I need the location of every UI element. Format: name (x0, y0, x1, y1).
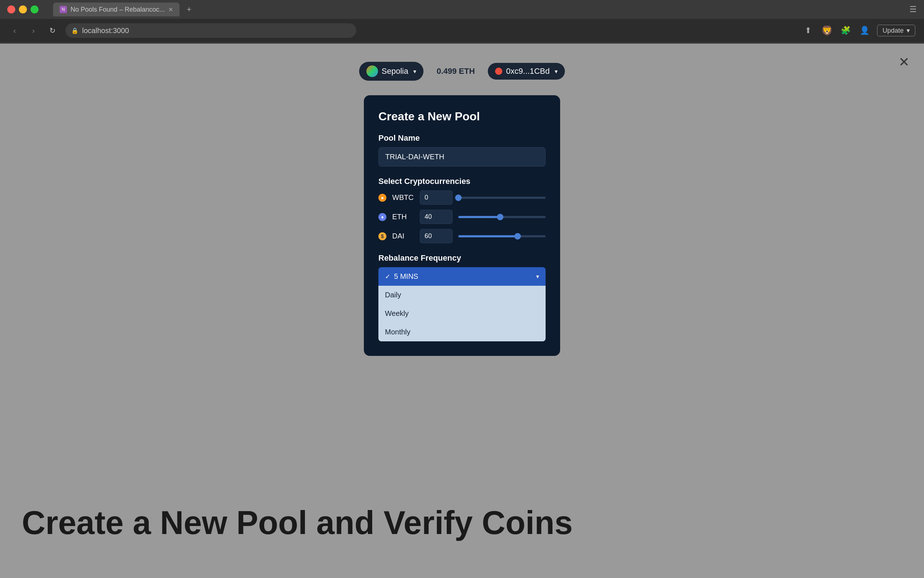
update-button[interactable]: Update ▾ (877, 25, 915, 36)
pool-name-input[interactable] (378, 147, 546, 167)
wbtc-icon: ● (378, 194, 386, 202)
eth-icon: ♦ (378, 213, 386, 221)
tab-favicon: N (60, 6, 67, 13)
tab-close-btn[interactable]: ✕ (168, 6, 173, 13)
selected-option-label: 5 MINS (394, 272, 418, 281)
back-button[interactable]: ‹ (9, 25, 20, 36)
bottom-heading: Create a New Pool and Verify Coins (22, 504, 572, 542)
wallet-chevron-icon: ▾ (555, 68, 558, 75)
page-content: ✕ Sepolia ▾ 0.499 ETH 0xc9...1CBd ▾ Crea… (0, 44, 924, 578)
address-bar[interactable]: 🔒 localhost:3000 (65, 23, 356, 38)
wallet-address-selector[interactable]: 0xc9...1CBd ▾ (488, 63, 565, 80)
dai-icon: $ (378, 232, 386, 240)
profiles-icon[interactable]: 👤 (858, 24, 871, 37)
crypto-row-wbtc: ● WBTC (378, 190, 546, 205)
wbtc-slider[interactable] (458, 196, 546, 199)
network-selector[interactable]: Sepolia ▾ (359, 62, 423, 81)
wbtc-label: WBTC (392, 193, 414, 202)
forward-button[interactable]: › (28, 25, 39, 36)
browser-tab[interactable]: N No Pools Found – Rebalancoc... ✕ (53, 3, 180, 16)
modal-container: Create a New Pool Pool Name Select Crypt… (364, 95, 560, 356)
option-daily[interactable]: Daily (378, 286, 546, 304)
chevron-down-icon: ▾ (906, 26, 910, 34)
tab-title: No Pools Found – Rebalancoc... (71, 6, 165, 13)
crypto-section: ● WBTC ♦ ETH (378, 190, 546, 243)
close-traffic-light[interactable] (7, 5, 15, 13)
dropdown-selected-option[interactable]: ✓ 5 MINS ▾ (378, 267, 546, 286)
tab-bar: N No Pools Found – Rebalancoc... ✕ + ☰ (0, 0, 924, 19)
security-icon: 🔒 (71, 27, 78, 34)
wallet-bar: Sepolia ▾ 0.499 ETH 0xc9...1CBd ▾ (359, 62, 565, 81)
option-monthly[interactable]: Monthly (378, 323, 546, 341)
dropdown-arrow-icon: ▾ (536, 273, 539, 280)
eth-slider[interactable] (458, 216, 546, 218)
modal-title: Create a New Pool (378, 110, 546, 123)
frequency-dropdown[interactable]: ✓ 5 MINS ▾ Daily Weekly Monthly (378, 267, 546, 341)
wbtc-value-input[interactable] (420, 190, 452, 205)
browser-chrome: N No Pools Found – Rebalancoc... ✕ + ☰ ‹… (0, 0, 924, 44)
option-weekly[interactable]: Weekly (378, 304, 546, 323)
network-name: Sepolia (382, 67, 408, 76)
browser-actions: ⬆ 🦁 🧩 👤 Update ▾ (801, 24, 915, 37)
share-icon[interactable]: ⬆ (801, 24, 815, 37)
pool-name-label: Pool Name (378, 133, 546, 143)
close-button[interactable]: ✕ (898, 55, 909, 70)
update-label: Update (883, 27, 904, 34)
dai-label: DAI (392, 232, 414, 240)
dai-slider[interactable] (458, 235, 546, 237)
eth-label: ETH (392, 213, 414, 221)
eth-value-input[interactable] (420, 210, 452, 224)
crypto-row-dai: $ DAI (378, 229, 546, 243)
dropdown-selected-left: ✓ 5 MINS (385, 272, 418, 281)
minimize-traffic-light[interactable] (19, 5, 27, 13)
wallet-avatar (495, 68, 503, 75)
refresh-button[interactable]: ↻ (47, 25, 58, 36)
network-icon (366, 65, 378, 77)
dai-value-input[interactable] (420, 229, 452, 243)
address-text: localhost:3000 (82, 26, 129, 35)
eth-balance: 0.499 ETH (431, 63, 481, 80)
hamburger-menu[interactable]: ☰ (909, 5, 917, 14)
brave-shield-icon[interactable]: 🦁 (820, 24, 833, 37)
traffic-lights (7, 5, 39, 13)
dropdown-options-list: Daily Weekly Monthly (378, 286, 546, 341)
extension-icon[interactable]: 🧩 (839, 24, 853, 37)
crypto-row-eth: ♦ ETH (378, 210, 546, 224)
rebalance-section: ✓ 5 MINS ▾ Daily Weekly Monthly (378, 267, 546, 341)
crypto-section-label: Select Cryptocurrencies (378, 177, 546, 186)
rebalance-label: Rebalance Frequency (378, 253, 546, 263)
network-chevron-icon: ▾ (413, 68, 416, 75)
address-bar-row: ‹ › ↻ 🔒 localhost:3000 ⬆ 🦁 🧩 👤 Update ▾ (0, 19, 924, 42)
create-pool-modal: Create a New Pool Pool Name Select Crypt… (364, 95, 560, 356)
checkmark-icon: ✓ (385, 273, 391, 281)
wallet-address-text: 0xc9...1CBd (506, 67, 550, 76)
new-tab-button[interactable]: + (183, 3, 196, 16)
maximize-traffic-light[interactable] (31, 5, 39, 13)
